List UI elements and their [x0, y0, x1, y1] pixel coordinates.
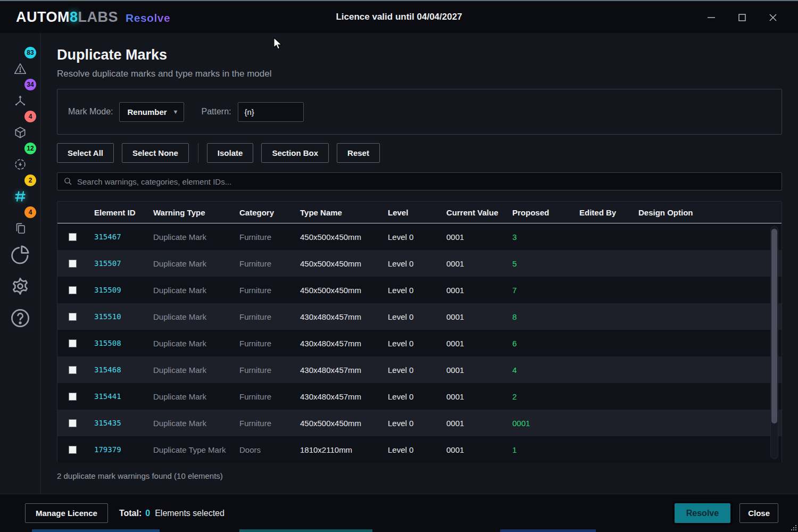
table-header-row: Element IDWarning TypeCategoryType NameL…: [57, 202, 782, 223]
warning-type-cell: Duplicate Type Mark: [147, 445, 234, 454]
notification-badge: 4: [24, 206, 36, 218]
element-id-link[interactable]: 315510: [88, 312, 147, 321]
row-checkbox[interactable]: [69, 393, 77, 401]
table-row[interactable]: 315509Duplicate MarkFurniture450x500x450…: [57, 277, 782, 303]
column-header-element-id[interactable]: Element ID: [88, 208, 147, 217]
titlebar: AUTOM8LABS Resolve Licence valid until 0…: [0, 0, 798, 33]
page-title: Duplicate Marks: [57, 47, 782, 63]
element-id-link[interactable]: 315441: [88, 392, 147, 401]
pie-chart-icon: [9, 243, 32, 266]
element-id-link[interactable]: 315468: [88, 365, 147, 374]
element-id-link[interactable]: 179379: [88, 445, 147, 454]
warning-type-cell: Duplicate Mark: [147, 312, 234, 321]
hash-icon: [13, 189, 27, 203]
sidebar-item-axis-3d[interactable]: 34: [9, 79, 32, 111]
element-id-link[interactable]: 315509: [88, 286, 147, 294]
resolve-button[interactable]: Resolve: [675, 503, 730, 523]
type-name-cell: 450x500x450mm: [294, 259, 382, 268]
total-label: Total:: [119, 509, 142, 518]
warning-type-cell: Duplicate Mark: [147, 232, 234, 242]
logo-part-autom: AUTOM: [16, 9, 70, 26]
sidebar-item-transform-circle[interactable]: 12: [9, 143, 32, 174]
current-value-cell: 0001: [440, 312, 506, 321]
checkbox-cell: [57, 446, 88, 454]
type-name-cell: 450x500x450mm: [294, 419, 382, 428]
category-cell: Furniture: [234, 339, 294, 348]
close-icon: [768, 13, 778, 22]
mark-mode-dropdown[interactable]: Renumber ▼: [119, 102, 184, 122]
column-header-design-option[interactable]: Design Option: [633, 208, 782, 217]
section-box-button[interactable]: Section Box: [261, 143, 329, 163]
column-header-current-value[interactable]: Current Value: [440, 208, 506, 217]
sidebar-item-warning-triangle[interactable]: 83: [9, 47, 32, 79]
total-suffix: Elements selected: [155, 509, 225, 518]
warning-type-cell: Duplicate Mark: [147, 365, 234, 375]
category-cell: Furniture: [234, 232, 294, 242]
row-checkbox[interactable]: [69, 339, 77, 347]
close-button[interactable]: Close: [739, 503, 778, 523]
element-id-link[interactable]: 315508: [88, 339, 147, 347]
reset-button[interactable]: Reset: [337, 143, 380, 163]
table-scrollbar[interactable]: [770, 226, 778, 459]
row-checkbox[interactable]: [69, 366, 77, 374]
screen-edge-artifact: [239, 529, 372, 532]
scrollbar-thumb[interactable]: [771, 229, 777, 423]
proposed-value-cell: 1: [506, 445, 573, 454]
table-row[interactable]: 315441Duplicate MarkFurniture430x480x457…: [57, 383, 782, 410]
row-checkbox[interactable]: [69, 286, 77, 294]
sidebar-item-hash[interactable]: 2: [9, 174, 32, 206]
main-panel: Duplicate Marks Resolve duplicate marks …: [41, 33, 798, 494]
close-window-button[interactable]: [758, 1, 788, 34]
category-cell: Furniture: [234, 312, 294, 321]
maximize-button[interactable]: [727, 1, 758, 34]
row-checkbox[interactable]: [69, 233, 77, 241]
row-checkbox[interactable]: [69, 446, 77, 454]
button-group-divider: [198, 143, 198, 163]
table-row[interactable]: 315435Duplicate MarkFurniture450x500x450…: [57, 410, 782, 436]
isolate-button[interactable]: Isolate: [207, 143, 254, 163]
element-id-link[interactable]: 315467: [88, 232, 147, 241]
select-none-button[interactable]: Select None: [122, 143, 189, 163]
sidebar-item-help[interactable]: [9, 302, 32, 334]
screen-edge-artifact: [32, 529, 160, 532]
table-row[interactable]: 315467Duplicate MarkFurniture450x500x450…: [57, 223, 782, 250]
sidebar-item-pie-chart[interactable]: [9, 238, 32, 270]
column-header-type-name[interactable]: Type Name: [294, 208, 382, 217]
total-value: 0: [145, 509, 150, 518]
sidebar-item-copy-pages[interactable]: 4: [9, 206, 32, 238]
table-row[interactable]: 315507Duplicate MarkFurniture450x500x450…: [57, 250, 782, 277]
proposed-value-cell: 8: [506, 312, 573, 321]
resize-grip[interactable]: [790, 524, 797, 531]
table-row[interactable]: 315468Duplicate MarkFurniture430x480x457…: [57, 356, 782, 383]
table-row[interactable]: 179379Duplicate Type MarkDoors1810x2110m…: [57, 436, 782, 463]
logo-part-labs: LABS: [78, 9, 119, 26]
minimize-button[interactable]: [696, 1, 727, 34]
column-header-proposed[interactable]: Proposed: [506, 208, 573, 217]
level-cell: Level 0: [382, 312, 440, 321]
manage-licence-button[interactable]: Manage Licence: [25, 503, 108, 523]
element-id-link[interactable]: 315507: [88, 259, 147, 268]
checkbox-cell: [57, 313, 88, 321]
select-all-button[interactable]: Select All: [57, 143, 114, 163]
column-header-category[interactable]: Category: [234, 208, 294, 217]
column-header-edited-by[interactable]: Edited By: [573, 208, 633, 217]
warning-type-cell: Duplicate Mark: [147, 259, 234, 268]
element-id-link[interactable]: 315435: [88, 419, 147, 427]
search-bar[interactable]: Search warnings, categories, element IDs…: [57, 172, 782, 190]
cube-icon: [13, 126, 27, 139]
sidebar-item-gear[interactable]: [9, 270, 32, 302]
row-checkbox[interactable]: [69, 260, 77, 268]
category-cell: Furniture: [234, 365, 294, 375]
sidebar-item-cube[interactable]: 4: [9, 111, 32, 143]
table-row[interactable]: 315508Duplicate MarkFurniture430x480x457…: [57, 330, 782, 356]
checkbox-cell: [57, 260, 88, 268]
column-header-warning-type[interactable]: Warning Type: [147, 208, 234, 217]
column-header-level[interactable]: Level: [382, 208, 440, 217]
row-checkbox[interactable]: [69, 313, 77, 321]
proposed-value-cell: 0001: [506, 419, 573, 428]
row-checkbox[interactable]: [69, 419, 77, 427]
gear-icon: [9, 275, 32, 298]
table-row[interactable]: 315510Duplicate MarkFurniture430x480x457…: [57, 303, 782, 330]
notification-badge: 4: [24, 111, 36, 122]
pattern-input[interactable]: {n}: [238, 102, 304, 122]
